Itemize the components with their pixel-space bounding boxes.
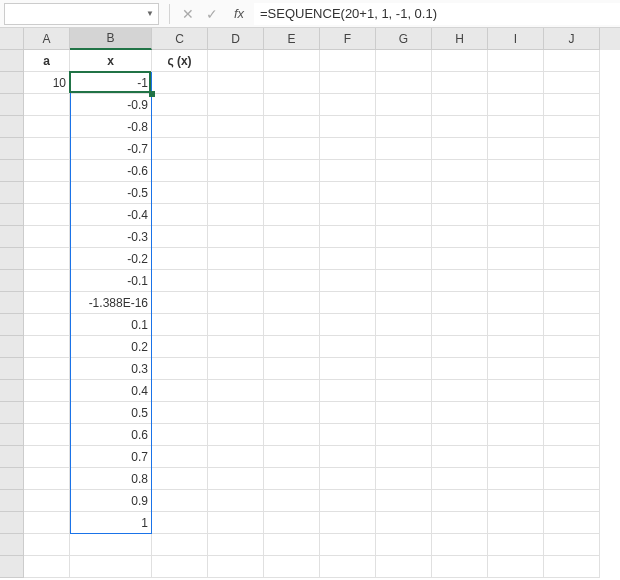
cell-H22[interactable] xyxy=(432,512,488,534)
cell-H7[interactable] xyxy=(432,182,488,204)
cell-E19[interactable] xyxy=(264,446,320,468)
cell-D20[interactable] xyxy=(208,468,264,490)
cell-E24[interactable] xyxy=(264,556,320,578)
cell-G16[interactable] xyxy=(376,380,432,402)
cell-D9[interactable] xyxy=(208,226,264,248)
cell-D13[interactable] xyxy=(208,314,264,336)
cell-J8[interactable] xyxy=(544,204,600,226)
cell-J15[interactable] xyxy=(544,358,600,380)
cell-F23[interactable] xyxy=(320,534,376,556)
cell-D10[interactable] xyxy=(208,248,264,270)
cell-F4[interactable] xyxy=(320,116,376,138)
cell-A22[interactable] xyxy=(24,512,70,534)
cell-B9[interactable]: -0.3 xyxy=(70,226,152,248)
row-header[interactable] xyxy=(0,512,24,534)
cell-E12[interactable] xyxy=(264,292,320,314)
cell-F10[interactable] xyxy=(320,248,376,270)
row-header[interactable] xyxy=(0,556,24,578)
cell-F2[interactable] xyxy=(320,72,376,94)
row-header[interactable] xyxy=(0,94,24,116)
cell-C5[interactable] xyxy=(152,138,208,160)
cell-A23[interactable] xyxy=(24,534,70,556)
cell-B18[interactable]: 0.6 xyxy=(70,424,152,446)
cell-F15[interactable] xyxy=(320,358,376,380)
cell-D7[interactable] xyxy=(208,182,264,204)
cell-E16[interactable] xyxy=(264,380,320,402)
cell-E18[interactable] xyxy=(264,424,320,446)
column-header-E[interactable]: E xyxy=(264,28,320,50)
cell-E13[interactable] xyxy=(264,314,320,336)
cell-J18[interactable] xyxy=(544,424,600,446)
row-header[interactable] xyxy=(0,424,24,446)
cell-G2[interactable] xyxy=(376,72,432,94)
cell-J2[interactable] xyxy=(544,72,600,94)
row-header[interactable] xyxy=(0,160,24,182)
cell-I23[interactable] xyxy=(488,534,544,556)
cell-G10[interactable] xyxy=(376,248,432,270)
row-header[interactable] xyxy=(0,468,24,490)
row-header[interactable] xyxy=(0,248,24,270)
cell-J5[interactable] xyxy=(544,138,600,160)
cell-I3[interactable] xyxy=(488,94,544,116)
cell-F22[interactable] xyxy=(320,512,376,534)
cell-E1[interactable] xyxy=(264,50,320,72)
cell-E10[interactable] xyxy=(264,248,320,270)
cells-grid[interactable]: axς (x)10-1-0.9-0.8-0.7-0.6-0.5-0.4-0.3-… xyxy=(24,50,620,580)
row-header[interactable] xyxy=(0,182,24,204)
cell-H10[interactable] xyxy=(432,248,488,270)
cell-D19[interactable] xyxy=(208,446,264,468)
cell-H5[interactable] xyxy=(432,138,488,160)
row-header[interactable] xyxy=(0,336,24,358)
cell-H17[interactable] xyxy=(432,402,488,424)
cell-D18[interactable] xyxy=(208,424,264,446)
cell-I20[interactable] xyxy=(488,468,544,490)
cell-B14[interactable]: 0.2 xyxy=(70,336,152,358)
cell-H9[interactable] xyxy=(432,226,488,248)
cell-I14[interactable] xyxy=(488,336,544,358)
row-header[interactable] xyxy=(0,380,24,402)
row-header[interactable] xyxy=(0,314,24,336)
cell-D6[interactable] xyxy=(208,160,264,182)
cell-I4[interactable] xyxy=(488,116,544,138)
cell-B12[interactable]: -1.388E-16 xyxy=(70,292,152,314)
cell-I9[interactable] xyxy=(488,226,544,248)
cell-A5[interactable] xyxy=(24,138,70,160)
column-header-G[interactable]: G xyxy=(376,28,432,50)
cell-G5[interactable] xyxy=(376,138,432,160)
cell-B8[interactable]: -0.4 xyxy=(70,204,152,226)
cell-D21[interactable] xyxy=(208,490,264,512)
cell-B11[interactable]: -0.1 xyxy=(70,270,152,292)
cell-D2[interactable] xyxy=(208,72,264,94)
cell-F24[interactable] xyxy=(320,556,376,578)
cell-D5[interactable] xyxy=(208,138,264,160)
row-header[interactable] xyxy=(0,72,24,94)
cell-H1[interactable] xyxy=(432,50,488,72)
cell-G11[interactable] xyxy=(376,270,432,292)
cell-C9[interactable] xyxy=(152,226,208,248)
cell-G21[interactable] xyxy=(376,490,432,512)
cell-H20[interactable] xyxy=(432,468,488,490)
cell-B13[interactable]: 0.1 xyxy=(70,314,152,336)
cell-G12[interactable] xyxy=(376,292,432,314)
cell-J20[interactable] xyxy=(544,468,600,490)
cell-C19[interactable] xyxy=(152,446,208,468)
cell-C11[interactable] xyxy=(152,270,208,292)
chevron-down-icon[interactable]: ▼ xyxy=(146,9,154,18)
cell-A14[interactable] xyxy=(24,336,70,358)
cell-C1[interactable]: ς (x) xyxy=(152,50,208,72)
cell-J7[interactable] xyxy=(544,182,600,204)
cell-C15[interactable] xyxy=(152,358,208,380)
cell-A17[interactable] xyxy=(24,402,70,424)
cell-G9[interactable] xyxy=(376,226,432,248)
cell-C10[interactable] xyxy=(152,248,208,270)
cell-E11[interactable] xyxy=(264,270,320,292)
cell-B24[interactable] xyxy=(70,556,152,578)
cell-A13[interactable] xyxy=(24,314,70,336)
row-header[interactable] xyxy=(0,402,24,424)
cell-F7[interactable] xyxy=(320,182,376,204)
column-header-F[interactable]: F xyxy=(320,28,376,50)
cell-J14[interactable] xyxy=(544,336,600,358)
cell-A3[interactable] xyxy=(24,94,70,116)
cell-F9[interactable] xyxy=(320,226,376,248)
cell-E6[interactable] xyxy=(264,160,320,182)
